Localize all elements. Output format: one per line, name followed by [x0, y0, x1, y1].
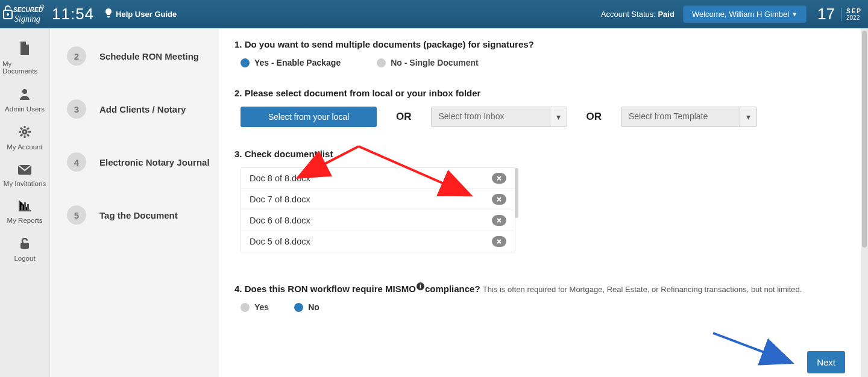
wizard-step-number: 3: [67, 99, 86, 119]
account-status: Account Status: Paid: [601, 10, 675, 19]
radio-dot-icon: [377, 58, 386, 67]
q4-option-yes-label: Yes: [254, 302, 269, 312]
wizard-step-4[interactable]: 4 Electronic Notary Journal: [67, 152, 213, 172]
logo-text-top: SECURED: [13, 7, 43, 13]
radio-dot-icon: [241, 303, 250, 312]
nav-item-logout[interactable]: Logout: [0, 231, 49, 269]
next-button[interactable]: Next: [807, 351, 845, 373]
document-name: Doc 8 of 8.docx: [250, 173, 310, 183]
nav-item-label: My Documents: [2, 60, 47, 75]
q4-option-no[interactable]: No: [294, 302, 319, 312]
left-nav: My Documents Admin Users My Account My I…: [0, 28, 50, 377]
select-from-template-dropdown[interactable]: Select from Template ▾: [621, 107, 757, 127]
nav-item-label: My Reports: [7, 217, 43, 224]
caret-down-icon: ▼: [791, 11, 797, 17]
select-from-inbox-dropdown[interactable]: Select from Inbox ▾: [431, 107, 567, 127]
document-name: Doc 5 of 8.docx: [250, 237, 310, 246]
nav-item-my-account[interactable]: My Account: [0, 120, 49, 158]
nav-item-my-documents[interactable]: My Documents: [0, 36, 49, 82]
nav-item-my-reports[interactable]: My Reports: [0, 195, 49, 231]
svg-line-10: [20, 128, 22, 129]
app-logo[interactable]: SECURED Signing R: [0, 0, 49, 28]
remove-document-button[interactable]: [492, 173, 506, 184]
svg-line-21: [713, 333, 767, 354]
header-date: 17 SEP 2022: [817, 5, 862, 23]
svg-rect-16: [24, 202, 26, 210]
remove-document-button[interactable]: [492, 194, 506, 205]
wizard-step-2[interactable]: 2 Schedule RON Meeting: [67, 46, 213, 66]
mail-icon: [18, 164, 31, 178]
logo-text-bottom: Signing: [14, 14, 40, 23]
q1-option-yes-label: Yes - Enable Package: [254, 58, 341, 67]
document-list-row: Doc 6 of 8.docx: [241, 210, 515, 231]
user-icon: [19, 88, 31, 103]
wizard-step-label: Add Clients / Notary: [99, 104, 186, 114]
wizard-step-5[interactable]: 5 Tag the Document: [67, 205, 213, 225]
help-user-guide-link[interactable]: Help User Guide: [105, 8, 177, 20]
nav-item-label: My Invitations: [4, 180, 46, 187]
header-clock: 11:54: [52, 5, 94, 23]
radio-dot-icon: [241, 58, 250, 67]
radio-dot-icon: [294, 303, 303, 312]
document-list-row: Doc 5 of 8.docx: [241, 231, 515, 252]
question-4-hint: This is often required for Mortgage, Rea…: [483, 285, 802, 294]
document-name: Doc 7 of 8.docx: [250, 195, 310, 204]
wizard-form: 1. Do you want to send multiple document…: [219, 28, 861, 377]
unlock-icon: [19, 237, 31, 252]
remove-document-button[interactable]: [492, 236, 506, 247]
q1-option-no[interactable]: No - Single Document: [377, 58, 478, 67]
top-bar: SECURED Signing R 11:54 Help User Guide …: [0, 0, 868, 28]
info-icon[interactable]: i: [417, 282, 424, 290]
svg-line-12: [27, 128, 29, 129]
svg-line-13: [20, 134, 22, 136]
document-list: Doc 8 of 8.docx Doc 7 of 8.docx Doc 6 of…: [241, 167, 515, 252]
nav-item-label: Logout: [14, 255, 35, 262]
q4-option-no-label: No: [308, 302, 319, 312]
wizard-step-3[interactable]: 3 Add Clients / Notary: [67, 99, 213, 119]
select-from-inbox-placeholder: Select from Inbox: [432, 107, 550, 126]
question-4-text: 4. Does this RON workflow require MISMOi…: [234, 282, 845, 294]
question-4: 4. Does this RON workflow require MISMOi…: [234, 282, 845, 312]
page-scrollbar[interactable]: [861, 28, 868, 377]
wizard-step-label: Schedule RON Meeting: [99, 51, 199, 61]
page-icon: [19, 42, 31, 58]
wizard-step-number: 2: [67, 46, 86, 66]
document-list-row: Doc 7 of 8.docx: [241, 189, 515, 210]
or-separator-2: OR: [587, 111, 602, 123]
scrollbar-thumb[interactable]: [862, 31, 867, 248]
question-3-text: 3. Check document list: [234, 149, 333, 159]
svg-rect-15: [21, 205, 23, 210]
wizard-step-number: 4: [67, 152, 86, 172]
chevron-down-icon: ▾: [740, 107, 756, 126]
remove-document-button[interactable]: [492, 215, 506, 226]
select-from-local-button[interactable]: Select from your local: [241, 107, 377, 127]
svg-point-4: [22, 89, 27, 94]
svg-point-1: [7, 13, 9, 16]
wizard-steps: 2 Schedule RON Meeting3 Add Clients / No…: [50, 28, 219, 377]
svg-rect-17: [27, 204, 29, 210]
question-2: 2. Please select document from local or …: [234, 88, 845, 127]
help-user-guide-label: Help User Guide: [116, 10, 177, 19]
header-date-year: 2022: [846, 14, 862, 21]
q1-option-yes[interactable]: Yes - Enable Package: [241, 58, 341, 67]
nav-item-label: My Account: [7, 143, 42, 151]
lightbulb-icon: [105, 8, 112, 20]
wizard-step-number: 5: [67, 205, 86, 225]
nav-item-admin-users[interactable]: Admin Users: [0, 82, 49, 120]
chart-icon: [19, 201, 31, 214]
svg-line-11: [27, 134, 29, 136]
nav-item-my-invitations[interactable]: My Invitations: [0, 158, 49, 195]
welcome-user-dropdown[interactable]: Welcome, William H Gimbel ▼: [683, 5, 807, 23]
wizard-step-label: Electronic Notary Journal: [99, 157, 210, 167]
header-date-month: SEP: [846, 8, 862, 14]
wizard-step-label: Tag the Document: [99, 210, 178, 220]
or-separator-1: OR: [396, 111, 412, 123]
header-date-day: 17: [817, 5, 835, 23]
document-name: Doc 6 of 8.docx: [250, 216, 310, 225]
q4-option-yes[interactable]: Yes: [241, 302, 269, 312]
question-1-text: 1. Do you want to send multiple document…: [234, 39, 845, 49]
q1-option-no-label: No - Single Document: [391, 58, 478, 67]
chevron-down-icon: ▾: [550, 107, 567, 126]
question-3: 3. Check document list Doc 8 of 8.docx D…: [234, 149, 845, 252]
workspace: 2 Schedule RON Meeting3 Add Clients / No…: [50, 28, 868, 377]
